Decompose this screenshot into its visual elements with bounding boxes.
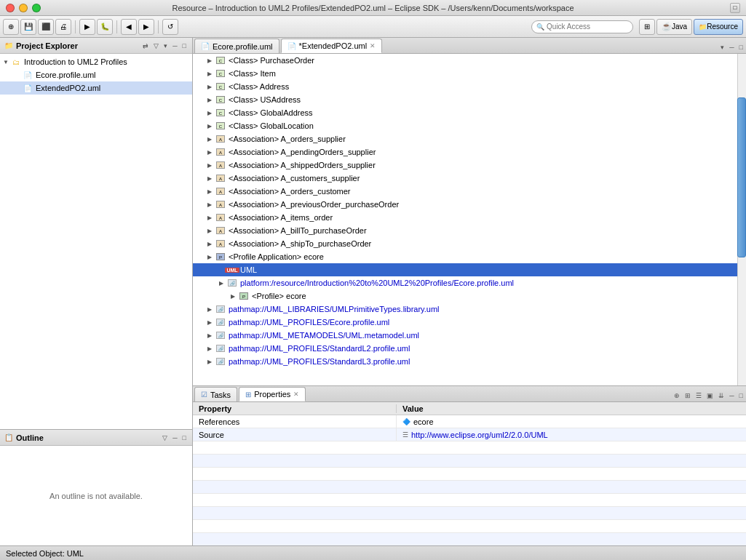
props-action-4[interactable]: ▣ — [705, 391, 715, 400]
tree-item-project[interactable]: ▼ 🗂 Introduction to UML2 Profiles — [0, 55, 192, 68]
outline-maximize-btn[interactable]: □ — [181, 433, 188, 442]
run-button[interactable]: ▶ — [79, 19, 95, 35]
item-icon-22: 🔗 — [215, 343, 226, 353]
tree-item-2[interactable]: ▶C<Class> Address — [193, 80, 746, 93]
tree-item-extended[interactable]: ▶ 📄 ExtendedPO2.uml — [0, 81, 192, 95]
close-button[interactable] — [6, 4, 15, 12]
search-input[interactable] — [547, 23, 627, 31]
restore-button[interactable]: □ — [730, 3, 740, 13]
tree-item-3[interactable]: ▶C<Class> USAddress — [193, 93, 746, 106]
item-icon-7: A — [215, 147, 226, 157]
tree-item-18[interactable]: ▶P<Profile> ecore — [193, 289, 746, 303]
tree-item-17[interactable]: ▶🔗platform:/resource/Introduction%20to%2… — [193, 276, 746, 289]
tree-item-7[interactable]: ▶A<Association> A_pendingOrders_supplier — [193, 145, 746, 159]
project-folder-icon: 🗂 — [10, 57, 22, 67]
tree-item-23[interactable]: ▶🔗pathmap://UML_PROFILES/StandardL3.prof… — [193, 355, 746, 368]
tree-item-1[interactable]: ▶C<Class> Item — [193, 67, 746, 80]
tree-item-12[interactable]: ▶A<Association> A_items_order — [193, 211, 746, 224]
save-button[interactable]: 💾 — [20, 19, 36, 35]
java-perspective[interactable]: ☕ Java — [656, 19, 692, 35]
forward-button[interactable]: ▶ — [138, 19, 154, 35]
tree-item-19[interactable]: ▶🔗pathmap://UML_LIBRARIES/UMLPrimitiveTy… — [193, 303, 746, 316]
tree-item-14[interactable]: ▶A<Association> A_shipTo_purchaseOrder — [193, 237, 746, 250]
tab-extended-po2[interactable]: 📄 *ExtendedPO2.uml ✕ — [281, 39, 383, 53]
item-icon-11: A — [215, 199, 226, 209]
item-text-10: <Association> A_orders_customer — [229, 187, 351, 196]
outline-title: Outline — [16, 433, 158, 442]
debug-button[interactable]: 🐛 — [97, 19, 113, 35]
outline-minimize-btn[interactable]: ─ — [171, 433, 178, 442]
props-action-1[interactable]: ⊕ — [672, 391, 681, 400]
tasks-icon: ☑ — [201, 391, 207, 399]
tree-item-20[interactable]: ▶🔗pathmap://UML_PROFILES/Ecore.profile.u… — [193, 316, 746, 329]
props-maximize-btn[interactable]: □ — [738, 391, 745, 400]
resource-perspective[interactable]: 📁 Resource — [694, 19, 743, 35]
scrollbar-thumb[interactable] — [737, 97, 746, 257]
tree-item-4[interactable]: ▶C<Class> GlobalAddress — [193, 106, 746, 119]
tab-ecore-profile[interactable]: 📄 Ecore.profile.uml — [194, 39, 279, 53]
props-action-3[interactable]: ☰ — [694, 391, 703, 400]
props-row-source[interactable]: Source ☰ http://www.eclipse.org/uml2/2.0… — [193, 428, 746, 441]
props-row-references[interactable]: References 🔷 ecore — [193, 415, 746, 428]
tree-item-8[interactable]: ▶A<Association> A_shippedOrders_supplier — [193, 159, 746, 172]
props-close-button[interactable]: ✕ — [293, 391, 299, 398]
tree-item-16[interactable]: UMLUML — [193, 263, 746, 276]
tree-item-13[interactable]: ▶A<Association> A_billTo_purchaseOrder — [193, 224, 746, 237]
back-button[interactable]: ◀ — [121, 19, 137, 35]
project-explorer-header: 📁 Project Explorer ⇄ ▽ ▾ ─ □ — [0, 38, 192, 54]
tasks-label: Tasks — [210, 391, 231, 399]
tree-item-11[interactable]: ▶A<Association> A_previousOrder_purchase… — [193, 198, 746, 211]
tree-arrow-19: ▶ — [207, 306, 215, 313]
item-text-3: <Class> USAddress — [229, 95, 301, 104]
maximize-panel-button[interactable]: □ — [181, 41, 188, 50]
props-action-2[interactable]: ⊞ — [683, 391, 692, 400]
props-cell-value-1: 🔷 ecore — [397, 415, 746, 428]
tree-item-0[interactable]: ▶C<Class> PurchaseOrder — [193, 54, 746, 67]
tab-minimize-button[interactable]: ─ — [728, 43, 735, 52]
print-button[interactable]: 🖨 — [55, 19, 71, 35]
tab-tasks[interactable]: ☑ Tasks — [194, 387, 237, 401]
scrollbar-track[interactable] — [737, 54, 746, 385]
item-icon-6: A — [215, 134, 226, 144]
quick-access-search[interactable]: 🔍 — [531, 20, 633, 33]
tree-arrow-21: ▶ — [207, 332, 215, 339]
tree-item-10[interactable]: ▶A<Association> A_orders_customer — [193, 185, 746, 198]
java-icon: ☕ — [662, 22, 672, 31]
sync-button[interactable]: ⇄ — [141, 41, 150, 50]
refresh-button[interactable]: ↺ — [162, 19, 178, 35]
toolbar-separator-3 — [158, 20, 159, 33]
props-minimize-btn[interactable]: ─ — [728, 391, 735, 400]
menu-button[interactable]: ▾ — [162, 41, 169, 50]
tree-item-5[interactable]: ▶C<Class> GlobalLocation — [193, 119, 746, 132]
item-icon-4: C — [215, 108, 226, 118]
tree-item-15[interactable]: ▶P<Profile Application> ecore — [193, 250, 746, 263]
maximize-button[interactable] — [32, 4, 41, 12]
tab-properties[interactable]: ⊞ Properties ✕ — [239, 387, 306, 401]
item-icon-16: UML — [226, 265, 238, 275]
collapse-button[interactable]: ▽ — [152, 41, 160, 50]
tab-close-button[interactable]: ✕ — [370, 42, 376, 49]
tree-item-9[interactable]: ▶A<Association> A_customers_supplier — [193, 172, 746, 185]
tree-item-22[interactable]: ▶🔗pathmap://UML_PROFILES/StandardL2.prof… — [193, 342, 746, 355]
minimize-button[interactable] — [19, 4, 28, 12]
props-row-empty-6 — [193, 507, 746, 520]
tree-item-6[interactable]: ▶A<Association> A_orders_supplier — [193, 132, 746, 145]
tree-arrow-10: ▶ — [207, 188, 215, 195]
bottom-tab-bar: ☑ Tasks ⊞ Properties ✕ ⊕ ⊞ ☰ ▣ ⇊ ─ □ — [193, 386, 746, 402]
minimize-panel-button[interactable]: ─ — [171, 41, 178, 50]
window-controls[interactable] — [6, 4, 41, 12]
tree-arrow-9: ▶ — [207, 175, 215, 182]
tab-maximize-button[interactable]: □ — [738, 43, 745, 52]
save-all-button[interactable]: ⬛ — [38, 19, 54, 35]
panel-header-buttons: ⇄ ▽ ▾ ─ □ — [141, 41, 188, 50]
tree-item-21[interactable]: ▶🔗pathmap://UML_METAMODELS/UML.metamodel… — [193, 329, 746, 342]
props-action-5[interactable]: ⇊ — [717, 391, 726, 400]
tree-arrow-0: ▶ — [207, 57, 215, 64]
tab-list-button[interactable]: ▾ — [719, 43, 726, 52]
new-button[interactable]: ⊕ — [3, 19, 19, 35]
perspective-button-1[interactable]: ⊞ — [639, 19, 655, 35]
tree-item-ecore[interactable]: ▶ 📄 Ecore.profile.uml — [0, 68, 192, 81]
outline-expand-btn[interactable]: ▽ — [161, 433, 169, 442]
toolbar-separator-1 — [75, 20, 76, 33]
outline-header: 📋 Outline ▽ ─ □ — [0, 430, 192, 446]
